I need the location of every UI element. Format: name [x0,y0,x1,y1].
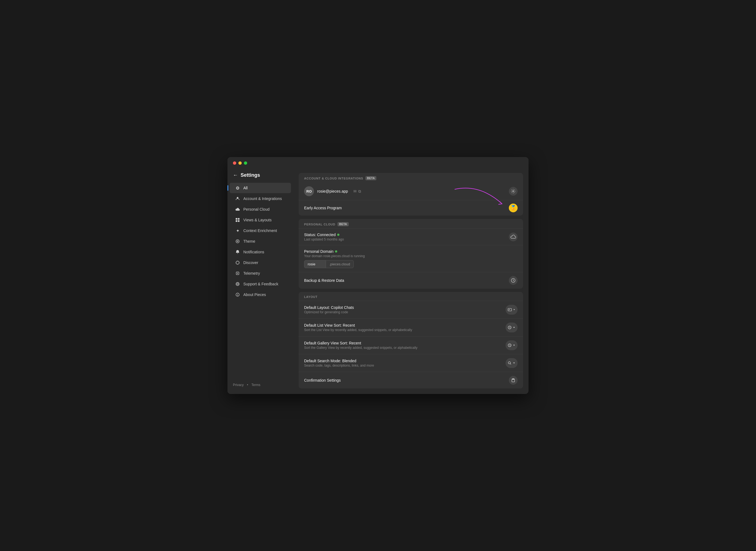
theme-icon [235,239,240,244]
sidebar-item-label: Theme [243,239,255,243]
avatar: RO [304,186,314,196]
list-view-sort-content: Default List View Sort: Recent Sort the … [304,323,505,332]
sidebar-item-theme[interactable]: Theme [230,236,291,246]
privacy-link[interactable]: Privacy [233,383,244,387]
gallery-view-sort-title: Default Gallery View Sort: Recent [304,341,505,345]
layout-section: LAYOUT Default Layout: Copilot Chats Opt… [299,292,523,389]
app-window: ← Settings ⚙ All Account [228,157,528,394]
sidebar-title: Settings [241,172,260,178]
about-icon [235,292,240,297]
default-layout-subtitle: Optimized for generating code [304,310,505,314]
list-view-sort-title: Default List View Sort: Recent [304,323,505,328]
svg-rect-2 [238,218,240,220]
status-row: Status: Connected Last updated 5 months … [299,228,523,245]
search-mode-subtitle: Search code, tags, descriptions, links, … [304,364,505,368]
account-row: RO rosie@pieces.app ✉ ⧉ [299,182,523,200]
account-section-header: ACCOUNT & CLOUD INTEGRATIONS BETA [299,173,523,182]
confirmation-settings-title: Confirmation Settings [304,378,509,383]
account-settings-button[interactable] [509,187,517,195]
status-subtitle: Last updated 5 months ago [304,237,509,241]
close-button[interactable] [233,161,236,165]
search-mode-row: Default Search Mode: Blended Search code… [299,354,523,372]
sidebar-item-label: Telemetry [243,271,260,276]
sidebar-item-account[interactable]: Account & Integrations [230,193,291,204]
layout-section-label: LAYOUT [304,295,318,299]
gallery-view-sort-row: Default Gallery View Sort: Recent Sort t… [299,336,523,354]
sidebar-header: ← Settings [228,170,293,182]
layout-dropdown-button[interactable] [505,305,517,315]
svg-point-9 [236,283,239,286]
status-right [509,232,517,241]
discover-icon [235,260,240,265]
sidebar-item-label: Discover [243,260,258,265]
sidebar-item-label: Context Enrichment [243,228,277,233]
svg-rect-3 [236,220,237,222]
copy-icon[interactable]: ⧉ [358,189,361,194]
account-section-label: ACCOUNT & CLOUD INTEGRATIONS [304,177,363,180]
sidebar-item-label: Support & Feedback [243,282,278,286]
search-mode-content: Default Search Mode: Blended Search code… [304,359,505,368]
sidebar-item-telemetry[interactable]: Telemetry [230,268,291,279]
personal-domain-title: Personal Domain [304,249,333,253]
all-icon: ⚙ [235,185,240,190]
main-content: ACCOUNT & CLOUD INTEGRATIONS BETA RO ros… [293,167,528,394]
sidebar-item-context-enrichment[interactable]: ✦ Context Enrichment [230,225,291,236]
maximize-button[interactable] [244,161,247,165]
terms-link[interactable]: Terms [252,383,261,387]
confirmation-settings-button[interactable] [509,376,517,385]
default-layout-title: Default Layout: Copilot Chats [304,305,505,310]
sidebar-item-discover[interactable]: Discover [230,257,291,268]
footer-separator: • [247,383,248,387]
sidebar-item-about[interactable]: About Pieces [230,290,291,300]
default-layout-content: Default Layout: Copilot Chats Optimized … [304,305,505,314]
default-layout-row: Default Layout: Copilot Chats Optimized … [299,301,523,319]
account-icon [235,196,240,201]
svg-point-10 [237,283,239,285]
sidebar-item-label: Personal Cloud [243,207,270,211]
personal-cloud-label: PERSONAL CLOUD [304,223,335,226]
domain-input[interactable] [304,260,326,268]
connected-dot [337,234,339,236]
early-access-row: Early Access Program 🏅 [299,200,523,215]
titlebar [228,157,528,167]
sidebar-item-views-layouts[interactable]: Views & Layouts [230,215,291,225]
gallery-view-sort-right [505,340,517,350]
gallery-sort-dropdown-button[interactable] [505,340,517,350]
personal-cloud-header: PERSONAL CLOUD BETA [299,219,523,228]
sidebar-item-personal-cloud[interactable]: Personal Cloud [230,204,291,214]
email-icon[interactable]: ✉ [353,189,357,193]
sidebar-item-label: Notifications [243,250,264,254]
support-icon [235,282,240,287]
gallery-view-sort-content: Default Gallery View Sort: Recent Sort t… [304,341,505,350]
cloud-sync-button[interactable] [509,232,517,241]
sidebar-item-label: About Pieces [243,293,266,297]
personal-cloud-badge: BETA [338,222,348,226]
window-body: ← Settings ⚙ All Account [228,167,528,394]
list-view-sort-right [505,323,517,333]
notifications-icon [235,249,240,254]
domain-container: .pieces.cloud [304,260,517,268]
list-view-sort-subtitle: Sort the List View by recently added, su… [304,328,505,332]
cloud-icon [235,207,240,212]
sidebar-item-all[interactable]: ⚙ All [230,183,291,193]
list-sort-dropdown-button[interactable] [505,323,517,333]
minimize-button[interactable] [239,161,242,165]
backup-row: Backup & Restore Data [299,272,523,289]
svg-rect-4 [238,220,240,222]
back-button[interactable]: ← [233,172,238,178]
sidebar-item-label: Account & Integrations [243,196,282,201]
user-email: rosie@pieces.app [317,189,348,193]
account-section: ACCOUNT & CLOUD INTEGRATIONS BETA RO ros… [299,173,523,215]
sidebar-item-label: Views & Layouts [243,218,272,222]
domain-subtitle: Your domain rosie.pieces.cloud is runnin… [304,254,517,258]
search-mode-dropdown-button[interactable] [505,358,517,368]
email-actions: ✉ ⧉ [353,189,361,194]
sidebar-item-notifications[interactable]: Notifications [230,247,291,257]
status-content: Status: Connected Last updated 5 months … [304,232,509,241]
sidebar-item-support[interactable]: Support & Feedback [230,279,291,289]
backup-content: Backup & Restore Data [304,278,509,283]
confirmation-settings-row: Confirmation Settings [299,372,523,389]
sidebar-item-label: All [243,186,248,190]
backup-button[interactable] [509,276,517,285]
search-mode-title: Default Search Mode: Blended [304,359,505,363]
